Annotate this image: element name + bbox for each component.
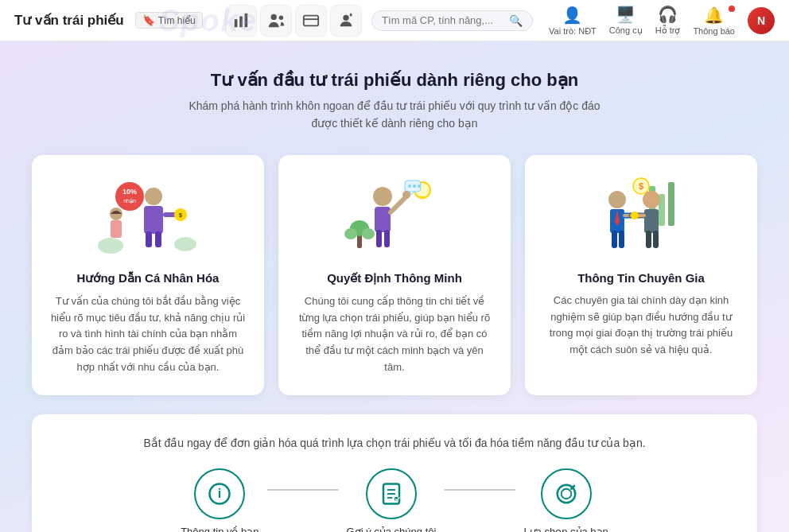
- svg-point-25: [418, 184, 421, 188]
- svg-text:$: $: [179, 212, 182, 219]
- search-icon: 🔍: [509, 14, 523, 27]
- card3-desc: Các chuyên gia tài chính dày dạn kinh ng…: [542, 293, 740, 359]
- header-user-section: 👤 Vai trò: NĐT 🖥️ Công cụ 🎧 Hỗ trợ 🔔 Thô…: [549, 5, 775, 36]
- svg-rect-38: [668, 182, 674, 226]
- svg-point-50: [631, 212, 639, 219]
- svg-point-63: [561, 489, 571, 499]
- tools-btn[interactable]: 🖥️ Công cụ: [609, 5, 643, 36]
- advisor-icon-btn[interactable]: [330, 5, 362, 37]
- step1: i Thông tin về bạn: [181, 468, 258, 532]
- bottom-title: Bắt đầu ngay để đơn giản hóa quá trình l…: [56, 437, 733, 449]
- svg-point-9: [115, 182, 144, 211]
- support-label: Hỗ trợ: [655, 25, 681, 36]
- svg-point-3: [271, 14, 277, 19]
- svg-point-35: [362, 228, 375, 239]
- role-selector[interactable]: 👤 Vai trò: NĐT: [549, 6, 597, 36]
- users-icon-btn[interactable]: [260, 5, 292, 37]
- svg-rect-54: [653, 231, 659, 248]
- transfer-icon-btn[interactable]: [295, 5, 327, 37]
- support-icon: 🎧: [658, 5, 678, 24]
- card2-illustration: [343, 173, 446, 260]
- tools-label: Công cụ: [609, 25, 643, 36]
- svg-rect-51: [612, 231, 617, 248]
- svg-text:i: i: [218, 486, 222, 500]
- svg-rect-47: [644, 209, 659, 233]
- bookmark-icon: 🔖: [142, 14, 155, 26]
- support-btn[interactable]: 🎧 Hỗ trợ: [655, 5, 681, 36]
- svg-point-4: [279, 15, 284, 19]
- header-tag[interactable]: 🔖 Tìm hiểu: [135, 12, 203, 29]
- step1-icon: i: [194, 468, 245, 519]
- card1-illustration: 10% nhận $: [96, 173, 200, 260]
- step3-label: Lựa chọn của bạn: [523, 526, 608, 532]
- notification-btn[interactable]: 🔔 Thông báo: [693, 6, 735, 36]
- card3-illustration: $: [589, 173, 693, 260]
- step-line-2: [444, 489, 515, 491]
- svg-rect-5: [304, 15, 318, 25]
- steps-row: i Thông tin về bạn Gợi: [56, 468, 733, 532]
- svg-point-24: [413, 184, 416, 188]
- step2-icon: [366, 468, 417, 519]
- step3: Lựa chọn của bạn: [523, 468, 608, 532]
- main-content: Tư vấn đầu tư trái phiếu dành riêng cho …: [0, 41, 789, 532]
- notification-label: Thông báo: [693, 26, 735, 36]
- svg-rect-27: [375, 207, 391, 232]
- svg-point-6: [343, 14, 348, 20]
- header-tag-label: Tìm hiểu: [158, 15, 196, 26]
- svg-text:nhận: nhận: [123, 198, 136, 204]
- step2: Gợi ý của chúng tôi: [347, 468, 437, 532]
- svg-point-7: [98, 238, 123, 254]
- svg-point-12: [145, 188, 162, 205]
- card-smart-decision: Quyết Định Thông Minh Chúng tôi cung cấp…: [278, 155, 511, 395]
- card-expert-info: $: [525, 155, 757, 395]
- svg-rect-13: [144, 206, 163, 234]
- page-subtitle: Khám phá hành trình khôn ngoan để đầu tư…: [32, 97, 757, 133]
- bell-icon: 🔔: [704, 6, 724, 25]
- card1-title: Hướng Dẫn Cá Nhân Hóa: [77, 271, 220, 285]
- step3-icon: [541, 468, 592, 519]
- search-input[interactable]: [382, 14, 509, 26]
- chart-icon-btn[interactable]: [225, 5, 257, 37]
- svg-point-41: [608, 191, 626, 208]
- svg-text:10%: 10%: [122, 188, 137, 196]
- card2-title: Quyết Định Thông Minh: [327, 271, 462, 285]
- card1-desc: Tư vấn của chúng tôi bắt đầu bằng việc h…: [49, 293, 247, 376]
- svg-point-23: [408, 184, 411, 188]
- svg-rect-2: [245, 13, 248, 26]
- page-title: Tư vấn đầu tư trái phiếu dành riêng cho …: [32, 70, 757, 91]
- svg-point-29: [402, 191, 410, 199]
- svg-point-34: [344, 228, 357, 239]
- step-line-1: [267, 489, 339, 491]
- notification-badge: [729, 6, 735, 12]
- svg-rect-31: [384, 230, 390, 247]
- svg-rect-20: [111, 220, 122, 238]
- header-search[interactable]: 🔍: [371, 10, 533, 31]
- svg-point-26: [373, 187, 392, 206]
- svg-rect-17: [146, 231, 152, 247]
- svg-text:$: $: [639, 181, 643, 191]
- header-logo: Tư vấn trái phiếu: [14, 12, 124, 29]
- step1-label: Thông tin về bạn: [181, 526, 258, 532]
- svg-point-8: [174, 237, 196, 251]
- svg-rect-18: [155, 231, 161, 247]
- svg-rect-30: [376, 230, 382, 247]
- svg-rect-1: [239, 16, 243, 27]
- svg-point-46: [643, 191, 660, 208]
- svg-line-28: [391, 196, 406, 212]
- card-personalized: 10% nhận $: [32, 155, 264, 395]
- step2-label: Gợi ý của chúng tôi: [347, 526, 437, 532]
- avatar[interactable]: N: [748, 7, 775, 34]
- svg-rect-53: [646, 231, 651, 248]
- tools-icon: 🖥️: [616, 5, 635, 24]
- card2-desc: Chúng tôi cung cấp thông tin chi tiết về…: [296, 293, 493, 376]
- role-icon: 👤: [562, 6, 582, 25]
- cards-row: 10% nhận $: [32, 155, 757, 395]
- svg-rect-52: [619, 231, 624, 248]
- role-label: Vai trò: NĐT: [549, 26, 597, 36]
- header-icons: 🔍 👤 Vai trò: NĐT 🖥️ Công cụ 🎧 Hỗ trợ 🔔 T…: [225, 5, 775, 37]
- header: Tư vấn trái phiếu 🔖 Tìm hiểu Spoke 🔍 👤 V…: [0, 0, 789, 41]
- bottom-section: Bắt đầu ngay để đơn giản hóa quá trình l…: [32, 414, 757, 532]
- svg-rect-0: [235, 19, 238, 27]
- card3-title: Thông Tin Chuyên Gia: [577, 271, 705, 285]
